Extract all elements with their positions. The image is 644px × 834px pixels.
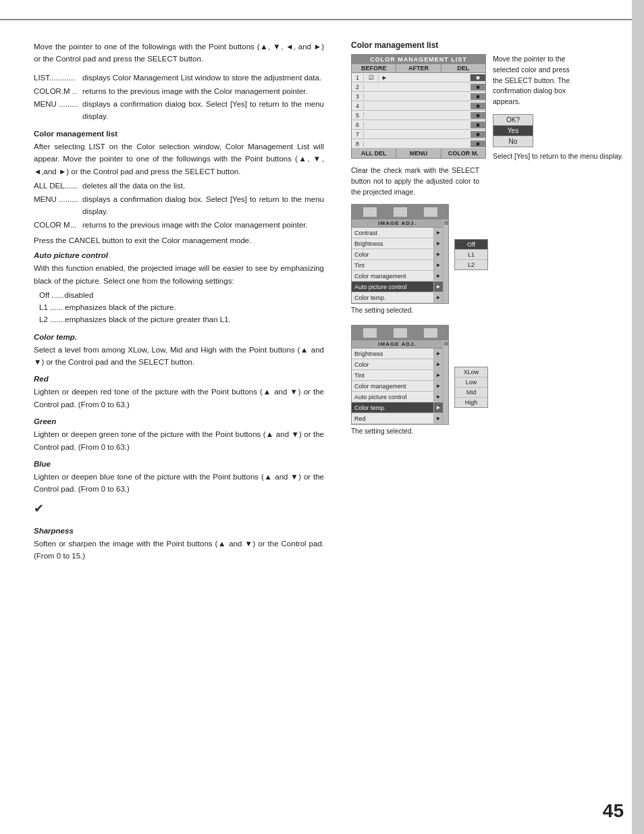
section4-heading: Red (34, 375, 324, 383)
cm-list-ui: COLOR MANAGEMENT LIST BEFORE AFTER DEL 1… (351, 54, 486, 159)
setting-note-2: The setting selected. (351, 427, 630, 435)
section2-body: With this function enabled, the projecte… (34, 262, 324, 287)
submenu-l2[interactable]: L2 (455, 260, 487, 269)
cm-list-header: COLOR MANAGEMENT LIST (352, 55, 485, 64)
no-option[interactable]: No (493, 136, 533, 147)
adj-arrow: ► (433, 282, 443, 292)
image-adj-panel-2: IMAGE ADJ. Brightness ► Color ► (351, 325, 449, 425)
cm-row-5: 5 ■ (352, 111, 485, 120)
s1-label: MENU ......... (34, 194, 82, 218)
s1-desc: deletes all the data on the list. (82, 180, 324, 192)
adj-row-colortemp: Color temp. ► (352, 292, 443, 303)
section4-body: Lighten or deepen red tone of the pictur… (34, 386, 324, 411)
top-border (0, 19, 644, 20)
submenu-colortemp-panel: XLow Low Mid High (454, 367, 488, 408)
adj-row-autopicture: Auto picture control ► (352, 282, 443, 292)
cm-row-8: 8 ■ (352, 139, 485, 149)
select-note: Select [Yes] to return to the menu displ… (493, 151, 623, 162)
adj-arrow: ► (433, 348, 443, 359)
list-item-menu: MENU ......... displays a confirmation d… (34, 99, 324, 123)
list-item-label: MENU ......... (34, 99, 82, 123)
cm-row-2: 2 ■ (352, 82, 485, 92)
cm-row-3: 3 ■ (352, 92, 485, 101)
intro-text: Move the pointer to one of the following… (34, 41, 324, 66)
cm-list-panel: COLOR MANAGEMENT LIST BEFORE AFTER DEL 1… (351, 54, 486, 197)
s1-desc: returns to the previous image with the C… (82, 219, 324, 232)
list-item-label: LIST............ (34, 72, 82, 84)
adj-arrow: ► (433, 413, 443, 423)
adj-arrow: ► (433, 260, 443, 270)
right-border (632, 0, 644, 834)
adj2-row-tint: Tint ► (352, 370, 443, 381)
adj2-row-colortemp: Color temp. ► (352, 402, 443, 413)
btn-all-del[interactable]: ALL DEL (352, 149, 396, 158)
btn-color-m[interactable]: COLOR M. (441, 149, 485, 158)
cm-list-title: Color management list (351, 41, 630, 50)
clear-note: Clear the check mark with the SELECT but… (351, 165, 479, 197)
section5-heading: Green (34, 417, 324, 425)
adj-arrow: ► (433, 238, 443, 249)
right-column: Color management list COLOR MANAGEMENT L… (344, 34, 644, 807)
cm-list-cols: BEFORE AFTER DEL (352, 64, 485, 73)
adj-row-color: Color ► (352, 249, 443, 260)
left-column: Move the pointer to one of the following… (0, 34, 344, 807)
cm-row-7: 7 ■ (352, 130, 485, 139)
section1-heading: Color management list (34, 130, 324, 138)
list-item-label: COLOR.M .. (34, 86, 82, 98)
submenu-high[interactable]: High (455, 398, 487, 407)
image-adj-label-2: IMAGE ADJ. (352, 340, 443, 348)
cm-list-footer: ALL DEL MENU COLOR M. (352, 149, 485, 158)
pencil-icon (363, 207, 377, 217)
page-number: 45 (603, 800, 624, 822)
adj-row-colormgmt: Color management ► (352, 271, 443, 282)
person-icon-2 (393, 328, 408, 338)
s2-item-l1: L1 ...... emphasizes black of the pictur… (39, 302, 324, 314)
adj2-row-colormgmt: Color management ► (352, 381, 443, 392)
submenu-mid[interactable]: Mid (455, 388, 487, 398)
s1-label: COLOR M... (34, 219, 82, 232)
cm-list-rows: 1 ☑ ► ■ 2 ■ (352, 73, 485, 149)
submenu-off[interactable]: Off (455, 240, 487, 250)
submenu-low[interactable]: Low (455, 377, 487, 388)
list-item-desc: returns to the previous image with the C… (82, 86, 324, 98)
adj-row-tint: Tint ► (352, 260, 443, 271)
adj-arrow: ► (433, 392, 443, 402)
section2-list: Off ......disabled L1 ...... emphasizes … (34, 290, 324, 325)
section7-heading: Sharpness (34, 527, 324, 535)
adj-arrow: ► (433, 249, 443, 259)
adj2-row-autopicture: Auto picture control ► (352, 392, 443, 402)
adj2-row-brightness: Brightness ► (352, 348, 443, 359)
gear-icon-2 (423, 328, 438, 338)
setting-note-1: The setting selected. (351, 307, 630, 314)
s2-item-l2: L2 .......emphasizes black of the pictur… (39, 314, 324, 326)
section3-body: Select a level from among XLow, Low, Mid… (34, 344, 324, 369)
adj-arrow: ► (433, 359, 443, 369)
list-item-desc: displays Color Management List window to… (82, 72, 324, 84)
submenu-xlow[interactable]: XLow (455, 367, 487, 377)
adj-row-contrast: Contrast ► (352, 228, 443, 238)
cm-row-6: 6 ■ (352, 120, 485, 130)
image-adj-wrapper-2: IMAGE ADJ. Brightness ► Color ► (351, 325, 630, 425)
list-item-desc: displays a confirmation dialog box. Sele… (82, 99, 324, 123)
pencil-icon-2 (363, 328, 377, 338)
list-item-colorm: COLOR.M .. returns to the previous image… (34, 86, 324, 98)
cancel-note: Press the CANCEL button to exit the Colo… (34, 236, 324, 244)
submenu-l1[interactable]: L1 (455, 250, 487, 260)
col-del: DEL (441, 64, 485, 72)
yes-option[interactable]: Yes (493, 126, 533, 136)
ok-dialog: OK? Yes No (493, 114, 533, 147)
adj-arrow: ► (433, 381, 443, 391)
adj-arrow: ► (433, 271, 443, 281)
adj-arrow: ► (433, 370, 443, 380)
gear-icon (423, 207, 438, 217)
btn-menu[interactable]: MENU (396, 149, 441, 158)
person-icon (393, 207, 408, 217)
cm-row-1: 1 ☑ ► ■ (352, 73, 485, 82)
section7-body: Soften or sharpen the image with the Poi… (34, 538, 324, 563)
section1-body: After selecting LIST on the Color select… (34, 140, 324, 178)
scrollbar-2 (443, 340, 448, 424)
adj-row-brightness: Brightness ► (352, 238, 443, 249)
image-adj-label-1: IMAGE ADJ. (352, 219, 443, 228)
s2-item-off: Off ......disabled (39, 290, 324, 302)
section2-heading: Auto picture control (34, 251, 324, 259)
